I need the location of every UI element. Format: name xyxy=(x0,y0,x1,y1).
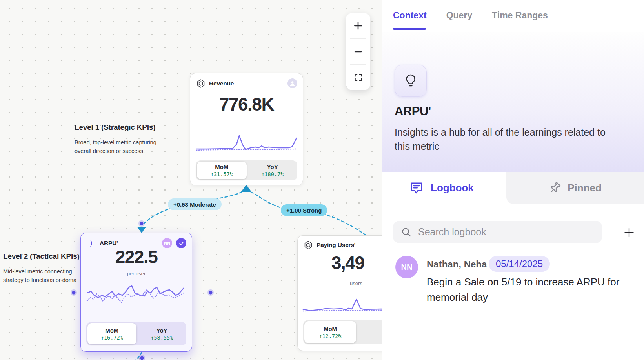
panel-tab-bar: Context Query Time Ranges xyxy=(382,0,644,31)
metric-context-hero: ARPU' Insights is a hub for all of the l… xyxy=(382,32,644,172)
edge-label-strong[interactable]: +1.00 Strong xyxy=(281,204,327,216)
metric-description: Insights is a hub for all of the learnin… xyxy=(395,125,606,153)
tab-pinned[interactable]: Pinned xyxy=(506,172,644,204)
period-toggle: MoM ↑16.72% YoY ↑58.55% xyxy=(86,322,186,345)
pin-icon xyxy=(549,182,561,194)
search-icon xyxy=(401,227,412,238)
yoy-toggle[interactable]: YoY ↑58.55% xyxy=(138,322,187,345)
sparkline-chart xyxy=(302,295,382,316)
card-title: Paying Users' xyxy=(317,242,355,249)
metric-value: 3,49 xyxy=(331,252,364,273)
metric-value: 776.8K xyxy=(190,94,303,115)
owner-avatar-icon[interactable] xyxy=(287,78,297,88)
logbook-search[interactable] xyxy=(393,221,602,243)
active-tab-underline xyxy=(393,28,426,30)
lightbulb-icon xyxy=(403,73,418,88)
metric-card-arpu[interactable]: ARPU' NN 222.5 per user MoM ↑16.72% YoY … xyxy=(80,233,192,352)
metric-title: ARPU' xyxy=(395,104,431,118)
metric-value: 222.5 xyxy=(81,246,192,267)
metric-card-paying-users[interactable]: Paying Users' 3,49 users MoM ↑12.72% xyxy=(297,235,382,351)
mom-toggle[interactable]: MoM ↑31.57% xyxy=(197,162,247,179)
yoy-toggle[interactable] xyxy=(357,320,382,344)
entry-date-badge: 05/14/2025 xyxy=(489,256,550,272)
arrowhead-down-icon xyxy=(137,227,146,233)
fullscreen-icon xyxy=(354,73,362,82)
plus-icon xyxy=(623,227,635,238)
entry-author: Nathan, Neha xyxy=(427,259,487,270)
arrowhead-up-icon xyxy=(241,185,251,192)
mom-toggle[interactable]: MoM ↑16.72% xyxy=(87,323,136,344)
yoy-toggle[interactable]: YoY ↑180.7% xyxy=(248,160,298,180)
add-entry-button[interactable] xyxy=(622,225,636,240)
plus-icon xyxy=(353,21,363,31)
logbook-tab-bar: Logbook Pinned xyxy=(382,172,644,204)
tab-logbook[interactable]: Logbook xyxy=(409,172,474,204)
zoom-out-button[interactable] xyxy=(346,39,370,64)
mom-toggle[interactable]: MoM ↑12.72% xyxy=(304,321,356,343)
fit-view-button[interactable] xyxy=(346,65,370,90)
context-side-panel: Context Query Time Ranges ARPU' Insights… xyxy=(382,0,644,360)
entry-avatar: NN xyxy=(395,256,418,278)
metric-unit: per user xyxy=(81,271,192,276)
period-toggle: MoM ↑31.57% YoY ↑180.7% xyxy=(196,160,297,180)
metric-unit: users xyxy=(298,280,382,286)
canvas-zoom-controls xyxy=(346,13,370,90)
period-toggle: MoM ↑12.72% xyxy=(303,320,382,344)
sparkline-chart xyxy=(196,132,298,153)
tab-query[interactable]: Query xyxy=(446,10,472,21)
minus-icon xyxy=(353,47,363,56)
search-input[interactable] xyxy=(418,226,594,238)
edge-label-moderate[interactable]: +0.58 Moderate xyxy=(168,198,222,210)
zoom-in-button[interactable] xyxy=(346,13,370,38)
card-title: Revenue xyxy=(209,80,234,87)
hexagon-metric-icon xyxy=(196,79,205,88)
metric-tree-canvas[interactable]: Level 1 (Strategic KPIs) Broad, top-leve… xyxy=(0,0,382,360)
entry-message: Begin a Sale on 5/19 to increase ARPU fo… xyxy=(427,275,631,305)
hexagon-metric-icon xyxy=(304,241,313,249)
logbook-chat-icon xyxy=(409,181,424,195)
tab-time-ranges[interactable]: Time Ranges xyxy=(492,10,548,21)
metric-card-revenue[interactable]: Revenue 776.8K MoM ↑31.57% YoY ↑180.7% xyxy=(190,73,303,185)
sparkline-chart xyxy=(86,280,187,311)
tab-context[interactable]: Context xyxy=(393,10,427,21)
card-title: ARPU' xyxy=(100,240,118,247)
insight-icon-tile xyxy=(395,65,427,97)
